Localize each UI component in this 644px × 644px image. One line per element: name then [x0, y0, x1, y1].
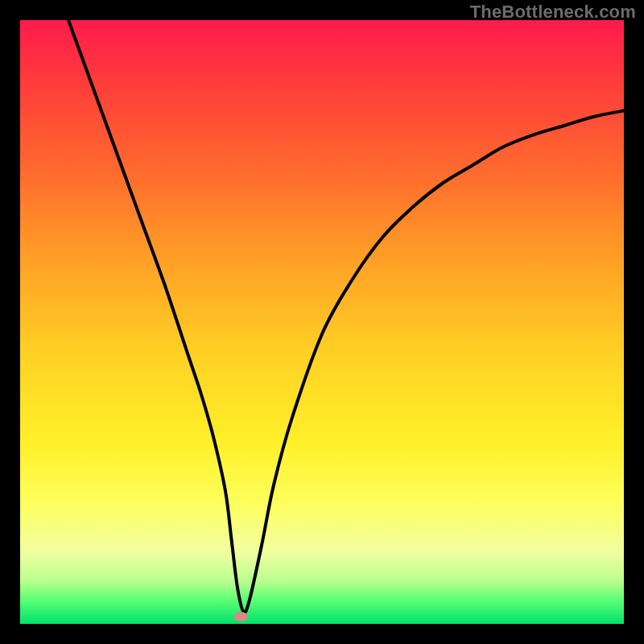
- plot-area: [20, 20, 624, 624]
- bottleneck-curve: [20, 20, 624, 624]
- optimal-point-marker: [233, 612, 248, 621]
- watermark-text: TheBottleneck.com: [470, 2, 636, 23]
- chart-stage: TheBottleneck.com: [0, 0, 644, 644]
